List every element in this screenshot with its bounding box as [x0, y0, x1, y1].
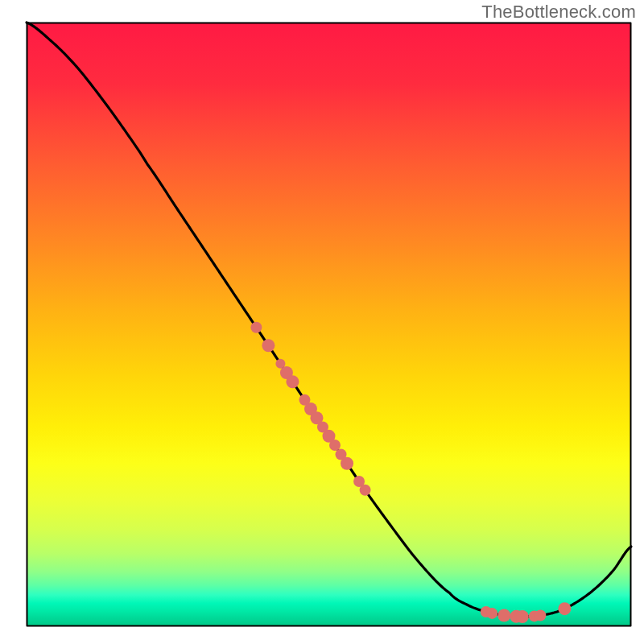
bottleneck-chart-canvas	[0, 0, 644, 644]
attribution-watermark: TheBottleneck.com	[481, 2, 636, 23]
